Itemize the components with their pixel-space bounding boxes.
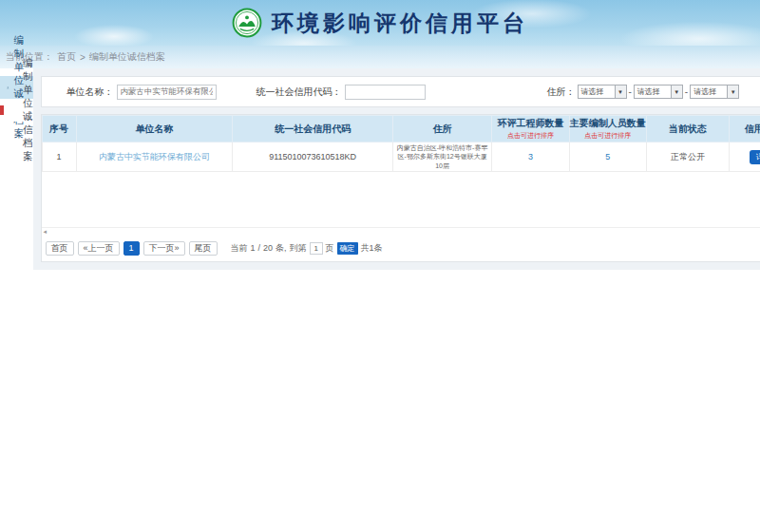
- unit-name-label: 单位名称：: [66, 86, 114, 99]
- breadcrumb-current: 编制单位诚信档案: [89, 50, 165, 64]
- credit-code-label: 统一社会信用代码：: [256, 86, 342, 99]
- chevron-down-icon: ▼: [615, 86, 626, 98]
- search-panel: 单位名称： 统一社会信用代码： 住所： 请选择 ▼ - 请选择 ▼ - 请: [41, 76, 760, 107]
- chevron-down-icon: ▼: [727, 86, 738, 98]
- horizontal-scrollbar[interactable]: ◂: [42, 227, 760, 235]
- row-credit-code: 9115010073610518KD: [233, 142, 392, 172]
- select-separator: -: [685, 86, 688, 97]
- credit-code-input[interactable]: [345, 85, 426, 100]
- chevron-down-icon: ▼: [671, 86, 682, 98]
- breadcrumb: 当前位置： 首页 > 编制单位诚信档案: [0, 46, 760, 68]
- col-unit-name: 单位名称: [76, 116, 233, 142]
- user-icon: [7, 83, 10, 93]
- goto-confirm-button[interactable]: 确定: [337, 242, 358, 255]
- last-page-button[interactable]: 尾页: [189, 241, 218, 256]
- sidebar-item-label: 编制单位诚信档案: [23, 57, 33, 163]
- city-select[interactable]: 请选择 ▼: [634, 85, 683, 99]
- breadcrumb-home-link[interactable]: 首页: [57, 50, 76, 64]
- table-row: 1 内蒙古中实节能环保有限公司 9115010073610518KD 内蒙古自治…: [42, 142, 760, 172]
- sort-hint[interactable]: 点击可进行排序: [570, 131, 646, 141]
- page-title: 环境影响评价信用平台: [272, 9, 528, 38]
- pagination-info: 当前 1 / 20 条, 到第 页 确定 共1条: [231, 242, 383, 255]
- breadcrumb-separator: >: [80, 52, 86, 63]
- page-size: 20: [263, 243, 273, 253]
- results-panel: 序号 单位名称 统一社会信用代码 住所 环评工程师数量 点击可进行排序 主要编制…: [41, 114, 760, 262]
- row-index: 1: [42, 142, 76, 172]
- table-empty-space: [42, 172, 760, 227]
- sidebar-item-archive[interactable]: 编制单位诚信档案: [0, 99, 33, 122]
- content-area: 编制单位诚信档案 编制单位诚信档案 单位名称： 统一社会信用代码： 住所： 请选…: [0, 68, 760, 532]
- col-staff-count[interactable]: 主要编制人员数量 点击可进行排序: [569, 116, 646, 142]
- row-status: 正常公开: [646, 142, 729, 172]
- mee-logo-icon: [232, 8, 262, 38]
- col-status: 当前状态: [646, 116, 729, 142]
- page-1-button[interactable]: 1: [124, 241, 140, 256]
- col-index: 序号: [42, 116, 76, 142]
- col-credit-code: 统一社会信用代码: [233, 116, 392, 142]
- current-page-number: 1: [251, 243, 256, 253]
- col-address: 住所: [392, 116, 492, 142]
- table-header-row: 序号 单位名称 统一社会信用代码 住所 环评工程师数量 点击可进行排序 主要编制…: [42, 116, 760, 142]
- select-separator: -: [629, 86, 632, 97]
- app-header: 环境影响评价信用平台: [0, 0, 760, 46]
- main-content: 单位名称： 统一社会信用代码： 住所： 请选择 ▼ - 请选择 ▼ - 请: [33, 68, 760, 532]
- sort-hint[interactable]: 点击可进行排序: [492, 131, 568, 141]
- staff-count-link[interactable]: 5: [605, 152, 610, 162]
- unit-name-input[interactable]: [117, 85, 217, 100]
- sidebar: 编制单位诚信档案 编制单位诚信档案: [0, 68, 33, 532]
- province-select[interactable]: 请选择 ▼: [578, 85, 627, 99]
- next-page-button[interactable]: 下一页»: [143, 241, 185, 256]
- detail-button[interactable]: 详情: [750, 150, 760, 164]
- row-address: 内蒙古自治区-呼和浩特市-赛罕区-鄂尔多斯东街12号银联大厦10层: [392, 142, 492, 172]
- district-select[interactable]: 请选择 ▼: [690, 85, 739, 99]
- unit-name-link[interactable]: 内蒙古中实节能环保有限公司: [99, 152, 210, 162]
- col-credit-record: 信用记录: [730, 116, 760, 142]
- engineer-count-link[interactable]: 3: [528, 152, 533, 162]
- pagination: 首页 «上一页 1 下一页» 尾页 当前 1 / 20 条, 到第 页 确定: [42, 235, 760, 261]
- active-marker: [0, 105, 4, 115]
- total-count: 共1条: [361, 242, 383, 255]
- first-page-button[interactable]: 首页: [46, 241, 74, 256]
- address-label: 住所：: [547, 86, 576, 99]
- results-table: 序号 单位名称 统一社会信用代码 住所 环评工程师数量 点击可进行排序 主要编制…: [42, 115, 760, 172]
- col-engineer-count[interactable]: 环评工程师数量 点击可进行排序: [492, 116, 569, 142]
- prev-page-button[interactable]: «上一页: [78, 241, 120, 256]
- scroll-left-icon[interactable]: ◂: [42, 228, 48, 235]
- goto-page-input[interactable]: [310, 242, 323, 255]
